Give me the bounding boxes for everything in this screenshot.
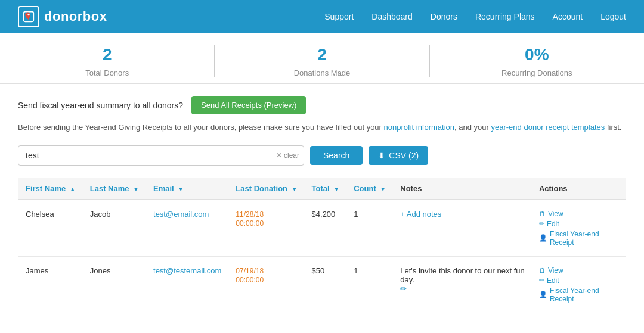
col-count[interactable]: Count ▼ [346,178,393,200]
col-total[interactable]: Total ▼ [305,178,347,200]
table-row: Chelsea Jacob test@email.com 11/28/1800:… [18,200,626,257]
send-label: Send fiscal year-end summary to all dono… [18,101,183,110]
action-links: 🗒View ✏Edit 👤Fiscal Year-end Receipt [539,210,618,247]
nav-donors[interactable]: Donors [431,12,457,21]
search-input[interactable] [18,145,304,166]
cell-last-donation: 11/28/1800:00:00 [228,200,304,257]
fiscal-receipt-link[interactable]: 👤Fiscal Year-end Receipt [539,230,618,247]
clear-label: ✕ clear [276,151,299,160]
view-link[interactable]: 🗒View [539,266,618,275]
cell-actions: 🗒View ✏Edit 👤Fiscal Year-end Receipt [532,256,626,313]
donors-table: First Name ▲ Last Name ▼ Email ▼ Last Do… [18,178,626,313]
stat-total-donors-label: Total Donors [85,69,129,77]
edit-icon: ✏ [539,220,544,228]
info-after: first. [605,123,621,132]
col-notes-label: Notes [400,184,422,193]
svg-point-1 [27,14,29,15]
cell-email: test@testemail.com [146,256,228,313]
col-count-sort-icon: ▼ [380,186,386,192]
stat-recurring-donations: 0% Recurring Donations [430,45,644,77]
stat-recurring-donations-number: 0% [442,45,632,64]
col-actions-label: Actions [539,184,568,193]
stat-total-donors-number: 2 [12,45,202,64]
search-button[interactable]: Search [310,146,363,165]
stat-donations-made: 2 Donations Made [215,45,429,77]
col-email-sort-icon: ▼ [178,186,184,192]
clear-button[interactable]: ✕ clear [276,151,299,160]
logo-text: donorbox [44,9,107,24]
info-text: Before sending the Year-end Giving Recei… [18,122,626,133]
email-link[interactable]: test@testemail.com [153,266,221,275]
cell-last-name: Jacob [83,200,146,257]
logo-box [18,6,39,27]
csv-button[interactable]: ⬇ CSV (2) [369,146,428,165]
date-value: 11/28/1800:00:00 [236,210,264,228]
cell-actions: 🗒View ✏Edit 👤Fiscal Year-end Receipt [532,200,626,257]
col-last-donation-label: Last Donation [236,184,287,193]
notes-text: Let's invite this donor to our next fun … [400,266,524,284]
year-end-receipt-link[interactable]: year-end donor receipt templates [491,123,605,132]
edit-icon: ✏ [539,276,544,284]
view-link[interactable]: 🗒View [539,210,618,218]
nav-account[interactable]: Account [553,12,583,21]
col-last-name[interactable]: Last Name ▼ [83,178,146,200]
edit-link[interactable]: ✏Edit [539,220,618,228]
nonprofit-info-link[interactable]: nonprofit information [384,123,455,132]
col-first-name-sort-icon: ▲ [70,186,76,192]
col-actions: Actions [532,178,626,200]
cell-total: $50 [305,256,347,313]
add-notes-link[interactable]: + Add notes [400,210,441,219]
fiscal-receipt-link[interactable]: 👤Fiscal Year-end Receipt [539,287,618,303]
csv-label: CSV (2) [389,151,419,160]
cell-count: 1 [346,200,393,257]
col-first-name[interactable]: First Name ▲ [18,178,83,200]
cell-notes: Let's invite this donor to our next fun … [393,256,532,313]
send-all-receipts-button[interactable]: Send All Receipts (Preview) [191,96,306,114]
action-links: 🗒View ✏Edit 👤Fiscal Year-end Receipt [539,266,618,303]
col-first-name-label: First Name [26,184,66,193]
nav-recurring-plans[interactable]: Recurring Plans [475,12,535,21]
cell-first-name: Chelsea [18,200,83,257]
col-last-donation[interactable]: Last Donation ▼ [228,178,304,200]
cell-notes: + Add notes [393,200,532,257]
view-icon: 🗒 [539,267,546,274]
cell-email: test@email.com [146,200,228,257]
receipt-icon: 👤 [539,234,547,242]
table-body: Chelsea Jacob test@email.com 11/28/1800:… [18,200,626,313]
col-total-sort-icon: ▼ [333,186,339,192]
table-header: First Name ▲ Last Name ▼ Email ▼ Last Do… [18,178,626,200]
col-notes: Notes [393,178,532,200]
email-link[interactable]: test@email.com [153,210,209,219]
stat-total-donors: 2 Total Donors [0,45,215,77]
search-input-wrap: ✕ clear [18,145,304,166]
stat-donations-made-number: 2 [227,45,417,64]
cell-total: $4,200 [305,200,347,257]
col-total-label: Total [312,184,330,193]
nav-logout[interactable]: Logout [600,12,626,21]
col-last-name-sort-icon: ▼ [133,186,139,192]
receipt-icon: 👤 [539,291,547,298]
info-middle: , and your [454,123,491,132]
col-last-name-label: Last Name [90,184,129,193]
nav-support[interactable]: Support [324,12,354,21]
edit-note-icon[interactable]: ✏ [400,284,407,293]
search-row: ✕ clear Search ⬇ CSV (2) [18,145,626,166]
date-value: 07/19/1800:00:00 [236,267,264,284]
nav: Support Dashboard Donors Recurring Plans… [324,12,626,21]
nav-dashboard[interactable]: Dashboard [371,12,413,21]
info-before: Before sending the Year-end Giving Recei… [18,123,384,132]
send-row: Send fiscal year-end summary to all dono… [18,96,626,114]
stat-donations-made-label: Donations Made [294,69,351,77]
cell-count: 1 [346,256,393,313]
header: donorbox Support Dashboard Donors Recurr… [0,0,644,33]
col-email-label: Email [153,184,174,193]
stat-recurring-donations-label: Recurring Donations [501,69,572,77]
table-row: James Jones test@testemail.com 07/19/180… [18,256,626,313]
cell-last-donation: 07/19/1800:00:00 [228,256,304,313]
col-count-label: Count [354,184,376,193]
col-last-donation-sort-icon: ▼ [292,186,298,192]
cell-first-name: James [18,256,83,313]
edit-link[interactable]: ✏Edit [539,276,618,285]
col-email[interactable]: Email ▼ [146,178,228,200]
view-icon: 🗒 [539,210,546,217]
